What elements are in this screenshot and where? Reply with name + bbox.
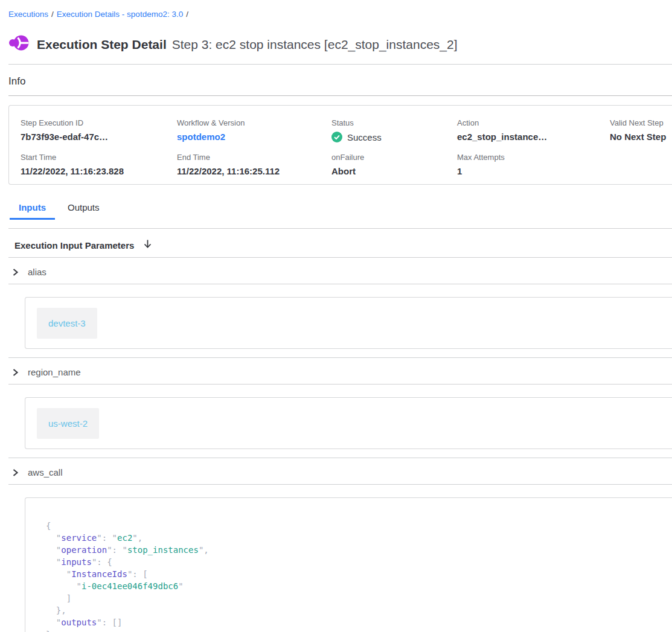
- info-divider: [8, 95, 672, 96]
- param-section-alias: aliasdevtest-3: [8, 258, 672, 349]
- param-section-region-name: region_nameus-west-2: [8, 357, 672, 449]
- workflow-logo-icon: [8, 33, 29, 53]
- param-value-box: us-west-2: [25, 397, 672, 449]
- field-value: Abort: [331, 166, 457, 176]
- breadcrumb-link-executions[interactable]: Executions: [8, 10, 48, 19]
- tab-outputs[interactable]: Outputs: [59, 198, 109, 220]
- json-code-block: { "service": "ec2", "operation": "stop_i…: [46, 520, 672, 632]
- page-title: Execution Step Detail: [37, 37, 167, 51]
- info-field-max-attempts: Max Attempts1: [457, 153, 610, 176]
- parameters-list: aliasdevtest-3region_nameus-west-2aws_ca…: [0, 258, 672, 632]
- param-value-box: devtest-3: [25, 297, 672, 349]
- info-grid: Step Execution ID7b73f93e-edaf-47c…Workf…: [21, 118, 672, 176]
- info-field-action: Actionec2_stop_instance…: [457, 118, 610, 142]
- field-value: 7b73f93e-edaf-47c…: [21, 132, 177, 142]
- field-value: No Next Step: [610, 132, 672, 142]
- info-field-workflow-version: Workflow & Versionspotdemo2: [177, 118, 331, 142]
- info-field-step-execution-id: Step Execution ID7b73f93e-edaf-47c…: [21, 118, 177, 142]
- field-value: 11/22/2022, 11:16:25.112: [177, 166, 331, 176]
- info-field-end-time: End Time11/22/2022, 11:16:25.112: [177, 153, 331, 176]
- info-field-valid-next-step: Valid Next StepNo Next Step: [610, 118, 672, 142]
- param-section-aws-call: aws_call{ "service": "ec2", "operation":…: [8, 458, 672, 632]
- field-value: Success: [331, 132, 457, 142]
- field-value: 1: [457, 166, 610, 176]
- param-name: alias: [28, 267, 46, 277]
- chevron-right-icon: [12, 468, 19, 477]
- tab-inputs[interactable]: Inputs: [10, 198, 55, 220]
- param-toggle-alias[interactable]: alias: [8, 258, 672, 284]
- param-name: region_name: [28, 367, 81, 377]
- breadcrumb-link-execution-details-spotdemo2-3-0[interactable]: Execution Details - spotdemo2: 3.0: [57, 10, 183, 19]
- field-value[interactable]: spotdemo2: [177, 132, 331, 142]
- field-label: End Time: [177, 153, 331, 162]
- success-check-icon: [331, 132, 342, 142]
- section-header: Execution Input Parameters: [14, 239, 672, 251]
- field-label: Max Attempts: [457, 153, 610, 162]
- info-card: Step Execution ID7b73f93e-edaf-47c…Workf…: [8, 105, 672, 185]
- field-label: Start Time: [21, 153, 177, 162]
- info-field-status: StatusSuccess: [331, 118, 457, 142]
- field-label: Workflow & Version: [177, 118, 331, 127]
- param-value-box: { "service": "ec2", "operation": "stop_i…: [25, 497, 672, 632]
- value-chip: devtest-3: [37, 308, 97, 339]
- field-label: Action: [457, 118, 610, 127]
- chevron-right-icon: [12, 268, 19, 276]
- status-text: Success: [347, 132, 382, 142]
- info-field-start-time: Start Time11/22/2022, 11:16:23.828: [21, 153, 177, 176]
- breadcrumb: Executions/Execution Details - spotdemo2…: [8, 10, 672, 19]
- arrow-down-icon[interactable]: [143, 239, 152, 251]
- tabs: InputsOutputs: [10, 198, 672, 220]
- field-label: Status: [331, 118, 457, 127]
- field-label: onFailure: [331, 153, 457, 162]
- param-toggle-region-name[interactable]: region_name: [8, 358, 672, 385]
- field-label: Step Execution ID: [21, 118, 177, 127]
- chevron-right-icon: [12, 368, 19, 377]
- breadcrumb-separator: /: [186, 10, 188, 19]
- info-field-onfailure: onFailureAbort: [331, 153, 457, 176]
- header-divider: [8, 64, 672, 65]
- value-chip: us-west-2: [37, 408, 99, 439]
- param-name: aws_call: [28, 467, 63, 477]
- page-subtitle: Step 3: ec2 stop instances [ec2_stop_ins…: [172, 37, 458, 51]
- page-header: Execution Step DetailStep 3: ec2 stop in…: [8, 31, 672, 54]
- param-toggle-aws-call[interactable]: aws_call: [8, 458, 672, 485]
- section-title: Execution Input Parameters: [14, 240, 134, 251]
- field-value: 11/22/2022, 11:16:23.828: [21, 166, 177, 176]
- tabs-divider: [8, 228, 672, 229]
- breadcrumb-separator: /: [51, 10, 54, 19]
- info-heading: Info: [8, 75, 672, 88]
- field-label: Valid Next Step: [610, 118, 672, 127]
- field-value: ec2_stop_instance…: [457, 132, 610, 142]
